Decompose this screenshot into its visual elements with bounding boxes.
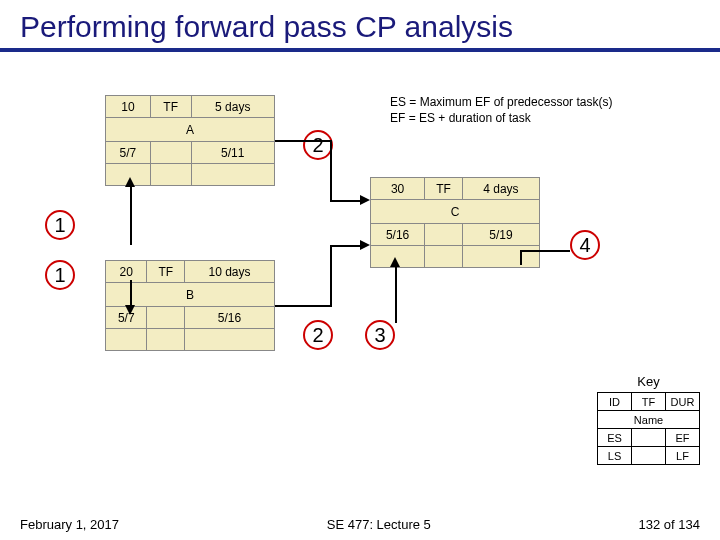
connector-b-c-h (275, 305, 330, 307)
task-b-lf (185, 329, 275, 351)
footer-page: 132 of 134 (639, 517, 700, 532)
step-circle-3: 3 (365, 320, 395, 350)
key-tf: TF (632, 393, 666, 411)
task-b-tf: TF (147, 261, 185, 283)
task-c-blank (425, 224, 463, 246)
task-c-es: 5/16 (371, 224, 425, 246)
key-legend: Key IDTFDUR Name ESEF LSLF (597, 374, 700, 465)
footer-center: SE 477: Lecture 5 (327, 517, 431, 532)
task-b-blank (147, 307, 185, 329)
connector-a-c-h2 (330, 200, 362, 202)
connector-a-c-v (330, 140, 332, 200)
arrowhead-1-a (125, 177, 135, 187)
task-a-name: A (106, 118, 275, 142)
key-blank2 (632, 447, 666, 465)
connector-b-c-h2 (330, 245, 362, 247)
arrowhead-a-c (360, 195, 370, 205)
step-circle-2b: 2 (303, 320, 333, 350)
task-c-lf (462, 246, 539, 268)
key-ls: LS (598, 447, 632, 465)
task-b-dur: 10 days (185, 261, 275, 283)
task-c-name: C (371, 200, 540, 224)
footer-date: February 1, 2017 (20, 517, 119, 532)
task-a-blank (150, 142, 191, 164)
arrowhead-b-c (360, 240, 370, 250)
task-c-dur: 4 days (462, 178, 539, 200)
task-c-blank2 (425, 246, 463, 268)
task-c-ef: 5/19 (462, 224, 539, 246)
task-b-id: 20 (106, 261, 147, 283)
step-circle-1a: 1 (45, 210, 75, 240)
step-circle-2a: 2 (303, 130, 333, 160)
step-circle-4: 4 (570, 230, 600, 260)
task-b-ls (106, 329, 147, 351)
key-ef: EF (666, 429, 700, 447)
key-id: ID (598, 393, 632, 411)
pointer-4-c-h (520, 250, 570, 252)
title-underline (0, 48, 720, 52)
task-box-c: 30TF4 days C 5/165/19 (370, 177, 540, 268)
task-a-id: 10 (106, 96, 151, 118)
pointer-1-a (130, 185, 132, 245)
step-circle-1b: 1 (45, 260, 75, 290)
task-a-es: 5/7 (106, 142, 151, 164)
task-c-tf: TF (425, 178, 463, 200)
key-es: ES (598, 429, 632, 447)
pointer-4-c-v (520, 250, 522, 265)
footer: February 1, 2017 SE 477: Lecture 5 132 o… (0, 517, 720, 532)
formula-ef: EF = ES + duration of task (390, 111, 612, 127)
key-title: Key (597, 374, 700, 389)
page-title: Performing forward pass CP analysis (0, 0, 720, 48)
key-table: IDTFDUR Name ESEF LSLF (597, 392, 700, 465)
task-a-blank2 (150, 164, 191, 186)
task-c-id: 30 (371, 178, 425, 200)
task-a-dur: 5 days (191, 96, 274, 118)
key-name: Name (598, 411, 700, 429)
key-dur: DUR (666, 393, 700, 411)
key-lf: LF (666, 447, 700, 465)
pointer-3-c (395, 265, 397, 323)
pointer-1-b (130, 280, 132, 307)
arrowhead-1-b (125, 305, 135, 315)
task-box-a: 10TF5 days A 5/75/11 (105, 95, 275, 186)
connector-a-c-h (275, 140, 330, 142)
task-a-tf: TF (150, 96, 191, 118)
connector-b-c-v (330, 245, 332, 307)
task-a-ef: 5/11 (191, 142, 274, 164)
key-blank1 (632, 429, 666, 447)
formula-es: ES = Maximum EF of predecessor task(s) (390, 95, 612, 111)
formula-text: ES = Maximum EF of predecessor task(s) E… (390, 95, 612, 126)
diagram-canvas: ES = Maximum EF of predecessor task(s) E… (0, 55, 720, 510)
task-a-lf (191, 164, 274, 186)
task-b-blank2 (147, 329, 185, 351)
task-b-ef: 5/16 (185, 307, 275, 329)
arrowhead-3-c (390, 257, 400, 267)
